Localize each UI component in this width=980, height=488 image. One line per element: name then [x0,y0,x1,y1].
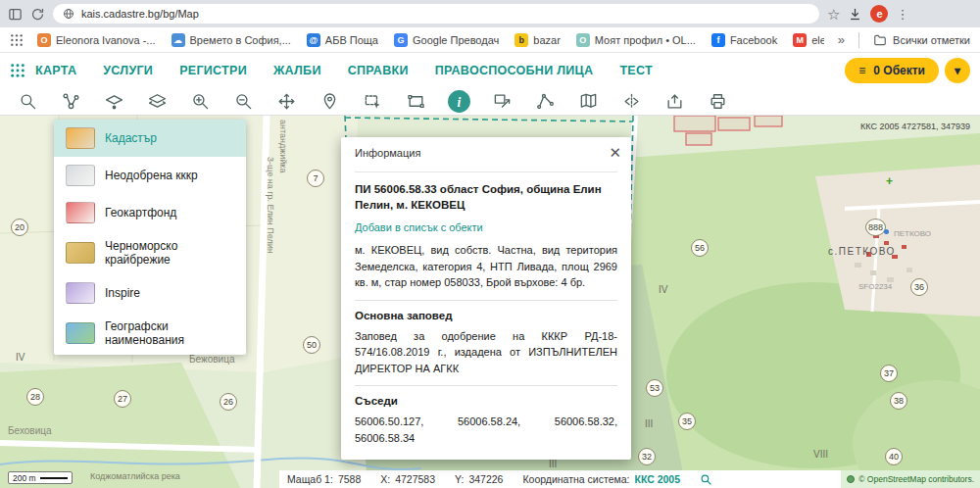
site-info-icon[interactable] [63,8,74,20]
parcel-number-badge: 35 [678,413,696,430]
parcel-number-badge: 32 [638,448,656,465]
bookmark-item[interactable]: M eleonora.bo.iv@gm... [793,33,824,47]
side-panel-icon[interactable] [8,7,23,22]
parcel-number-badge: 38 [890,392,907,410]
bookmark-item[interactable]: b bazar [514,33,561,47]
url-text: kais.cadastre.bg/bg/Map [81,8,199,20]
profile-avatar[interactable]: e [870,5,888,23]
layer-thumbnail-icon [66,127,95,149]
layer-item[interactable]: Географски наименования [54,312,246,355]
map-label: III [645,418,653,429]
bookmark-item[interactable]: @ АБВ Поща [307,33,378,47]
coordinate-search-icon[interactable] [700,473,712,486]
parcel-number-badge: 20 [11,219,28,236]
toolbar-search-button[interactable] [6,88,49,116]
layer-item[interactable]: Геокартфонд [54,194,246,231]
toolbar-export-button[interactable] [653,88,696,116]
layers-icon [148,92,167,111]
toolbar-identify-button[interactable] [480,88,523,116]
bookmark-label: АБВ Поща [325,34,378,46]
popup-title: Информация [355,147,420,159]
all-bookmarks-button[interactable]: Всички отметки [873,33,970,47]
location-icon [320,92,339,111]
toolbar-zoom-in-button[interactable] [178,88,221,116]
bookmarks-list: O Eleonora Ivanova -... ☁ Времето в Софи… [37,33,824,47]
osm-attribution[interactable]: © OpenStreetMap contributors. [841,470,980,488]
layer-label: Неодобрена кккр [105,169,198,182]
layer-thumbnail-icon [66,202,95,223]
x-value: 4727583 [395,473,435,485]
layer-item[interactable]: Неодобрена кккр [54,157,246,194]
toolbar-network-button[interactable] [49,88,92,116]
nav-item[interactable]: ТЕСТ [619,64,653,77]
downloads-icon[interactable] [848,7,862,22]
toolbar-location-button[interactable] [308,88,351,116]
parcel-number-badge: 28 [26,388,44,406]
toolbar-map-sheets-button[interactable] [566,88,610,116]
bookmark-label: bazar [533,34,561,46]
layer-item[interactable]: Inspire [54,274,246,312]
nav-item[interactable]: УСЛУГИ [103,64,153,77]
parcel-number-badge: 26 [220,393,237,411]
bookmark-favicon: O [37,33,51,47]
address-bar[interactable]: kais.cadastre.bg/bg/Map [53,4,819,24]
bookmark-item[interactable]: O Eleonora Ivanova -... [37,33,156,47]
toolbar-info-button[interactable]: i [437,88,480,116]
bookmark-item[interactable]: ☁ Времето в София,... [172,33,291,47]
y-value: 347226 [468,473,503,485]
map-label: SFO2234 [858,282,892,291]
toolbar-layers-point-button[interactable] [92,88,135,116]
compare-icon [622,92,641,111]
add-to-objects-link[interactable]: Добави в списък с обекти [355,221,617,233]
parcel-number-badge: 40 [885,448,903,465]
objects-controls: ≡ 0 Обекти ▾ [845,58,970,83]
layer-item[interactable]: Черноморско крайбрежие [54,231,246,274]
nav-item[interactable]: РЕГИСТРИ [179,64,247,77]
svg-text:i: i [457,95,461,110]
map-label: IV [16,352,24,363]
bookmark-star-icon[interactable]: ☆ [827,7,840,22]
crs-selector[interactable]: ККС 2005 [634,473,680,485]
nav-item[interactable]: ЖАЛБИ [273,64,321,77]
crs-label: Координатна система: [522,473,629,485]
objects-expand-button[interactable]: ▾ [945,58,970,83]
bookmark-favicon: M [793,33,807,47]
toolbar-layers-button[interactable] [135,88,178,116]
toolbar-print-button[interactable] [696,88,739,116]
apps-grid-icon[interactable] [10,33,24,47]
bookmarks-overflow-icon[interactable]: » [838,32,845,47]
bookmark-label: Google Преводач [413,34,499,46]
bookmark-item[interactable]: O Моят профил • OL... [576,33,696,47]
refresh-icon[interactable] [30,7,45,22]
bookmark-item[interactable]: G Google Преводач [394,33,499,47]
map-label: 3-ще на гр. Елин Пелин [266,157,275,254]
toolbar-draw-rect-button[interactable] [394,88,437,116]
bookmark-favicon: b [514,33,528,47]
neighbors-heading: Съседи [355,395,617,407]
map-label: ККС 2005 4727581, 347939 [860,122,970,131]
bookmark-favicon: G [394,33,408,47]
layers-panel: Кадастър Неодобрена кккр Геокартфонд Чер… [54,120,246,355]
osm-logo-icon [847,475,855,483]
nav-item[interactable]: КАРТА [35,64,76,77]
app-grid-icon[interactable] [10,63,25,78]
toolbar-select-area-button[interactable] [351,88,394,116]
parcel-number-badge: 36 [910,278,928,296]
objects-button[interactable]: ≡ 0 Обекти [845,58,939,83]
close-icon[interactable]: ✕ [609,145,621,160]
toolbar-measure-button[interactable] [523,88,566,116]
nav-item[interactable]: ПРАВОСПОСОБНИ ЛИЦА [435,64,594,77]
nav-item[interactable]: СПРАВКИ [348,64,409,77]
toolbar-compare-button[interactable] [610,88,653,116]
browser-menu-icon[interactable]: ⋮ [896,8,908,21]
bookmark-item[interactable]: f Facebook [711,33,777,47]
layer-thumbnail-icon [66,165,95,186]
x-label: X: [380,473,390,485]
toolbar-zoom-out-button[interactable] [221,88,265,116]
toolbar-pan-button[interactable] [265,88,308,116]
map-label: IV [659,284,667,295]
layer-label: Черноморско крайбрежие [105,239,234,267]
layer-item[interactable]: Кадастър [54,120,246,157]
parcel-number-badge: 56 [691,239,709,257]
map-label: ПЕТКОВО [894,229,931,238]
